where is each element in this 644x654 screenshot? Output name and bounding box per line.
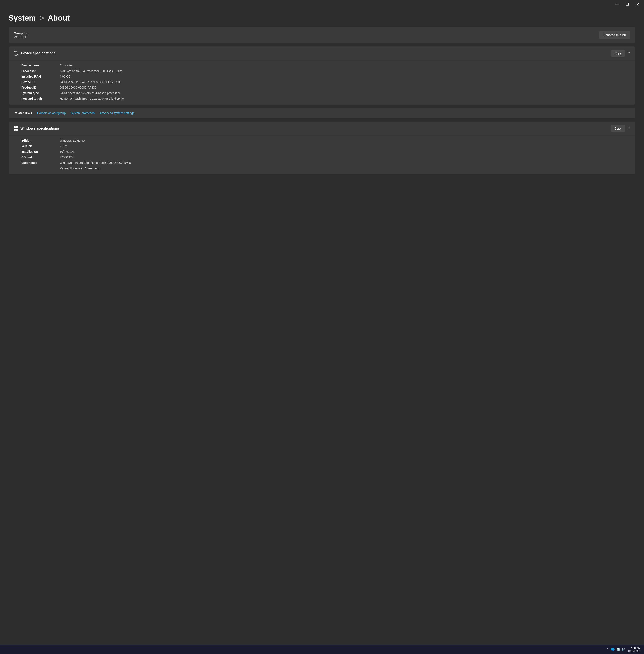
network-icon: 🌐 bbox=[611, 648, 615, 651]
windows-specs-section: Windows specifications Copy ⌃ Edition Wi… bbox=[8, 122, 636, 174]
windows-specs-header-right: Copy ⌃ bbox=[611, 125, 630, 132]
restore-button[interactable]: ❐ bbox=[624, 1, 630, 7]
spec-label: Pen and touch bbox=[21, 97, 51, 100]
device-specs-header: i Device specifications Copy ⌃ bbox=[8, 46, 636, 60]
volume-icon: 🔊 bbox=[622, 648, 625, 651]
taskbar-date: 10/17/2021 bbox=[628, 650, 641, 653]
related-link-item[interactable]: Domain or workgroup bbox=[37, 111, 66, 115]
taskbar-right: ⌃ 🌐 🔄 🔊 7:28 AM 10/17/2021 bbox=[606, 646, 641, 653]
windows-specs-title: Windows specifications bbox=[20, 127, 59, 130]
table-row: Processor AMD Athlon(tm) 64 Processor 38… bbox=[21, 69, 627, 73]
spec-value: 4.00 GB bbox=[60, 75, 70, 78]
table-row: Product ID 00326-10000-00000-AA836 bbox=[21, 86, 627, 89]
spec-label: Device ID bbox=[21, 80, 51, 84]
close-button[interactable]: ✕ bbox=[635, 1, 641, 7]
content-area: Computer MS-7309 Rename this PC i Device… bbox=[0, 27, 644, 645]
spec-value: 22000.194 bbox=[60, 156, 74, 159]
related-links-label: Related links bbox=[14, 111, 32, 115]
related-link-item[interactable]: Advanced system settings bbox=[100, 111, 134, 115]
spec-value: 00326-10000-00000-AA836 bbox=[60, 86, 96, 89]
breadcrumb-separator: > bbox=[40, 14, 44, 22]
device-specs-copy-button[interactable]: Copy bbox=[611, 50, 625, 57]
computer-name: MS-7309 bbox=[14, 36, 29, 39]
taskbar: ⌃ 🌐 🔄 🔊 7:28 AM 10/17/2021 bbox=[0, 645, 644, 654]
device-specs-chevron-icon[interactable]: ⌃ bbox=[628, 51, 630, 55]
windows-logo-icon bbox=[14, 126, 18, 131]
spec-value: 3407EA74-0282-4F0A-A7EA-3C01EC17EA1F bbox=[60, 80, 121, 84]
spec-label: Product ID bbox=[21, 86, 51, 89]
specs-header-left: i Device specifications bbox=[14, 51, 55, 55]
spec-label: Edition bbox=[21, 139, 51, 142]
breadcrumb-parent: System bbox=[8, 14, 36, 22]
related-links-section: Related links Domain or workgroupSystem … bbox=[8, 108, 636, 118]
spec-value: AMD Athlon(tm) 64 Processor 3800+ 2.41 G… bbox=[60, 69, 122, 73]
table-row: Edition Windows 11 Home bbox=[21, 139, 627, 142]
table-row: Installed RAM 4.00 GB bbox=[21, 75, 627, 78]
minimize-button[interactable]: — bbox=[614, 1, 620, 7]
spec-label: Installed RAM bbox=[21, 75, 51, 78]
spec-label: Installed on bbox=[21, 150, 51, 153]
spec-value: 64-bit operating system, x64-based proce… bbox=[60, 91, 120, 95]
refresh-icon: 🔄 bbox=[616, 648, 620, 651]
table-row: System type 64-bit operating system, x64… bbox=[21, 91, 627, 95]
spec-value: Windows 11 Home bbox=[60, 139, 85, 142]
windows-specs-header: Windows specifications Copy ⌃ bbox=[8, 122, 636, 135]
table-row: Experience Windows Feature Experience Pa… bbox=[21, 161, 627, 164]
table-row: Pen and touch No pen or touch input is a… bbox=[21, 97, 627, 100]
computer-section: Computer MS-7309 Rename this PC bbox=[8, 27, 636, 43]
taskbar-chevron-icon[interactable]: ⌃ bbox=[606, 648, 608, 651]
spec-label: OS build bbox=[21, 156, 51, 159]
table-row: Installed on 10/17/2021 bbox=[21, 150, 627, 153]
taskbar-icons: 🌐 🔄 🔊 bbox=[611, 648, 625, 651]
device-specs-title: Device specifications bbox=[21, 51, 55, 55]
windows-specs-table: Edition Windows 11 Home Version 21H2 Ins… bbox=[8, 135, 636, 174]
spec-label: System type bbox=[21, 91, 51, 95]
spec-label: Experience bbox=[21, 161, 51, 164]
spec-value: 10/17/2021 bbox=[60, 150, 74, 153]
spec-label bbox=[21, 166, 51, 170]
related-links-list: Domain or workgroupSystem protectionAdva… bbox=[37, 111, 134, 115]
windows-specs-chevron-icon[interactable]: ⌃ bbox=[628, 127, 630, 130]
computer-label: Computer bbox=[14, 31, 29, 35]
breadcrumb: System > About bbox=[0, 8, 644, 27]
spec-value: Computer bbox=[60, 64, 73, 67]
windows-specs-copy-button[interactable]: Copy bbox=[611, 125, 625, 132]
specs-header-right: Copy ⌃ bbox=[611, 50, 630, 57]
table-row: OS build 22000.194 bbox=[21, 156, 627, 159]
computer-info: Computer MS-7309 bbox=[14, 31, 29, 39]
spec-label: Device name bbox=[21, 64, 51, 67]
related-link-item[interactable]: System protection bbox=[71, 111, 95, 115]
rename-pc-button[interactable]: Rename this PC bbox=[599, 31, 630, 39]
table-row: Version 21H2 bbox=[21, 144, 627, 148]
device-specs-table: Device name Computer Processor AMD Athlo… bbox=[8, 60, 636, 105]
spec-value: No pen or touch input is available for t… bbox=[60, 97, 123, 100]
spec-label: Processor bbox=[21, 69, 51, 73]
spec-value: Microsoft Services Agreement bbox=[60, 166, 99, 170]
title-bar: — ❐ ✕ bbox=[0, 0, 644, 8]
taskbar-clock[interactable]: 7:28 AM 10/17/2021 bbox=[628, 646, 641, 653]
taskbar-time: 7:28 AM bbox=[628, 646, 641, 650]
table-row: Device ID 3407EA74-0282-4F0A-A7EA-3C01EC… bbox=[21, 80, 627, 84]
device-specs-section: i Device specifications Copy ⌃ Device na… bbox=[8, 46, 636, 105]
table-row: Microsoft Services Agreement bbox=[21, 166, 627, 170]
info-icon: i bbox=[14, 51, 18, 55]
windows-header-left: Windows specifications bbox=[14, 126, 59, 131]
spec-value: 21H2 bbox=[60, 144, 67, 148]
breadcrumb-current: About bbox=[48, 14, 70, 22]
spec-label: Version bbox=[21, 144, 51, 148]
table-row: Device name Computer bbox=[21, 64, 627, 67]
spec-value: Windows Feature Experience Pack 1000.220… bbox=[60, 161, 131, 164]
